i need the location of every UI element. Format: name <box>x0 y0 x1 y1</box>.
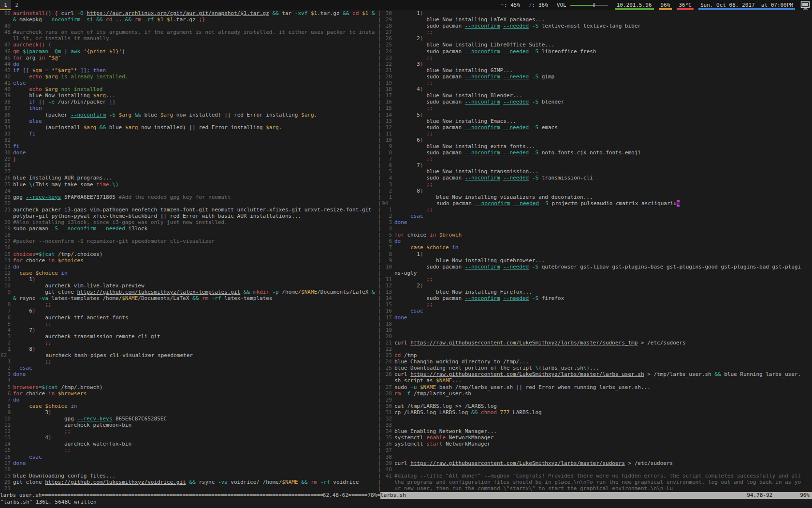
code-line[interactable]: 3done <box>0 371 377 377</box>
code-line[interactable]: 27 <box>0 168 377 175</box>
code-line[interactable]: 45for arg in "$@" <box>0 55 377 61</box>
code-line[interactable]: 23 ;; <box>381 55 812 61</box>
code-line[interactable]: 33 <box>381 422 812 428</box>
code-line[interactable]: 20git clone https://github.com/lukesmith… <box>0 479 377 485</box>
code-line[interactable]: 19 <box>381 327 812 333</box>
code-line[interactable]: 6for choice in $browsers <box>0 390 377 397</box>
code-line[interactable]: 22 <box>381 346 812 352</box>
code-line[interactable]: 19 ;; <box>381 80 812 86</box>
code-line[interactable]: 94 sudo pacman --noconfirm --needed -S p… <box>381 200 812 207</box>
code-line[interactable]: 20#Also installing i3lock, since i3-gaps… <box>0 219 377 225</box>
code-line[interactable]: 9 git clone https://github.com/lukesmith… <box>0 289 377 301</box>
code-line[interactable]: 23cd /tmp <box>381 352 812 359</box>
code-line[interactable]: 8 1) <box>381 251 812 257</box>
code-line[interactable]: 35 else <box>0 118 377 124</box>
code-line[interactable]: 1 ;; <box>0 359 377 365</box>
code-line[interactable]: 27sudo -u $NAME bash /tmp/larbs_user.sh … <box>381 384 812 390</box>
code-line[interactable]: 25blue \(This may take some time.\) <box>0 181 377 188</box>
code-line[interactable]: 20 <box>381 333 812 340</box>
code-line[interactable]: 21 <box>0 485 377 492</box>
code-line[interactable]: 16 esac <box>381 308 812 314</box>
code-line[interactable]: 17done <box>0 460 377 466</box>
code-line[interactable]: 22 3) <box>381 61 812 67</box>
code-line[interactable]: 24 <box>0 188 377 194</box>
code-line[interactable]: 39curl https://raw.githubusercontent.com… <box>381 460 812 466</box>
code-line[interactable]: 9 blue Now installing extra fonts... <box>381 143 812 149</box>
code-line[interactable]: 49 <box>0 23 377 29</box>
code-line[interactable]: 4 <box>381 225 812 232</box>
code-line[interactable]: 44do <box>0 61 377 67</box>
code-line[interactable]: 12 ;; <box>0 428 377 434</box>
code-line[interactable]: 39 blue Now installing $arg... <box>0 92 377 99</box>
code-line[interactable]: 42 echo $arg is already installed. <box>0 74 377 80</box>
code-line[interactable]: 25 blue Now installing LibreOffice Suite… <box>381 42 812 48</box>
code-line[interactable]: 21aurcheck packer i3-gaps vim-pathogen n… <box>0 207 377 219</box>
code-line[interactable]: 26 2) <box>381 35 812 42</box>
code-line[interactable]: 14 sudo pacman --noconfirm --needed -S f… <box>381 295 812 301</box>
code-line[interactable]: 12 sudo pacman --noconfirm --needed -S e… <box>381 124 812 131</box>
code-line[interactable]: 41else <box>0 80 377 86</box>
code-line[interactable]: 2 8) <box>381 188 812 194</box>
code-line[interactable]: 34blue Enabling Network Manager... <box>381 428 812 434</box>
code-line[interactable]: 11 ;; <box>381 276 812 283</box>
right-pane[interactable]: 30 1)29 blue Now installing LaTeX packag… <box>381 10 812 492</box>
code-line[interactable]: 40 echo $arg not installed <box>0 86 377 92</box>
code-line[interactable]: 3 aurcheck transmission-remote-cli-git <box>0 333 377 340</box>
volume-slider[interactable] <box>570 3 608 8</box>
code-line[interactable]: 30done <box>0 149 377 156</box>
code-line[interactable]: 16 <box>0 244 377 251</box>
code-line[interactable]: 18 <box>0 466 377 473</box>
code-line[interactable]: 24blue Changin working directory to /tmp… <box>381 359 812 365</box>
code-line[interactable]: 24 sudo pacman --noconfirm --needed -S l… <box>381 48 812 55</box>
code-line[interactable]: 7 6) <box>0 308 377 314</box>
code-line[interactable]: 32 <box>0 137 377 143</box>
code-line[interactable]: 2 esac <box>381 213 812 219</box>
code-line[interactable]: 29} <box>0 156 377 162</box>
code-line[interactable]: 19sudo pacman -S --noconfirm --needed i3… <box>0 225 377 232</box>
code-line[interactable]: 13do <box>0 264 377 270</box>
code-line[interactable]: 3done <box>381 219 812 225</box>
code-line[interactable]: 18 4) <box>381 86 812 92</box>
code-line[interactable]: 7 ;; <box>381 156 812 162</box>
code-line[interactable]: 8 sudo pacman --noconfirm --needed -S no… <box>381 149 812 156</box>
code-line[interactable]: 62 aurcheck bash-pipes cli-visualizer sp… <box>0 352 377 359</box>
code-line[interactable]: 26curl https://raw.githubusercontent.com… <box>381 371 812 384</box>
code-line[interactable]: 47aurcheck() { <box>0 42 377 48</box>
code-line[interactable]: 10 sudo pacman --noconfirm --needed -S q… <box>381 264 812 276</box>
code-line[interactable]: 7do <box>0 397 377 403</box>
code-line[interactable]: 33 fi <box>0 131 377 137</box>
code-line[interactable]: 11 aurcheck palemoon-bin <box>0 422 377 428</box>
code-line[interactable]: 15 ;; <box>0 447 377 453</box>
code-line[interactable]: 31cp /LARBS.log LARBS.log && chmod 777 L… <box>381 409 812 416</box>
code-line[interactable]: 32 <box>381 416 812 422</box>
code-line[interactable]: 37 then <box>0 105 377 111</box>
code-line[interactable]: 38 <box>381 454 812 460</box>
code-line[interactable]: 4 <box>0 377 377 384</box>
code-line[interactable]: 6 aurcheck ttf-ancient-fonts <box>0 314 377 321</box>
code-line[interactable]: 5 ;; <box>0 321 377 327</box>
code-line[interactable]: 14 aurcheck waterfox-bin <box>0 441 377 447</box>
code-line[interactable]: 46qm=$(pacman -Qm | awk '{print $1}') <box>0 48 377 55</box>
code-line[interactable]: 20 sudo pacman --noconfirm --needed -S g… <box>381 74 812 80</box>
code-line[interactable]: 27 ;; <box>381 29 812 35</box>
code-line[interactable]: 10 gpg --recv-keys 865E6C87C65285EC <box>0 416 377 422</box>
code-line[interactable]: 1 ;; <box>381 207 812 213</box>
code-line[interactable]: 7 case $choice in <box>381 244 812 251</box>
code-line[interactable]: 15choices=$(cat /tmp/.choices) <box>0 251 377 257</box>
code-line[interactable]: 18 <box>0 232 377 238</box>
code-line[interactable]: 29 <box>381 397 812 403</box>
code-line[interactable]: 15 ;; <box>381 301 812 308</box>
code-line[interactable]: 50aurinstall() { curl -O https://aur.arc… <box>0 10 377 23</box>
code-line[interactable]: 10 6) <box>381 137 812 143</box>
code-line[interactable]: 2 esac <box>0 365 377 371</box>
code-line[interactable]: 16 esac <box>0 454 377 460</box>
code-line[interactable]: 16 sudo pacman --noconfirm --needed -S b… <box>381 99 812 105</box>
code-line[interactable]: 28 sudo pacman --noconfirm --needed -S t… <box>381 23 812 29</box>
code-line[interactable]: 8 ;; <box>0 301 377 308</box>
code-line[interactable]: 21curl https://raw.githubusercontent.com… <box>381 340 812 346</box>
code-line[interactable]: 11 ;; <box>381 131 812 137</box>
code-line[interactable]: 17 blue Now installing Blender... <box>381 92 812 99</box>
code-line[interactable]: 19blue Downloading config files... <box>0 473 377 479</box>
code-line[interactable]: 37 <box>381 447 812 453</box>
code-line[interactable]: 43if [[ $qm = *"$arg"* ]]; then <box>0 67 377 74</box>
